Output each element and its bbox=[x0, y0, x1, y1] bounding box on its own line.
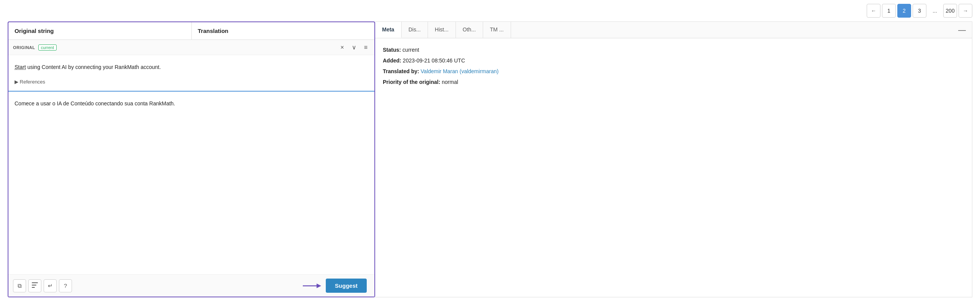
status-label: Status: bbox=[383, 47, 401, 53]
translated-by-label: Translated by: bbox=[383, 68, 419, 74]
pagination-row: ← 1 2 3 ... 200 → bbox=[0, 0, 980, 21]
prev-page-button[interactable]: ← bbox=[867, 4, 880, 18]
enter-icon-button[interactable]: ↵ bbox=[44, 279, 57, 292]
meta-translated-by-row: Translated by: Valdemir Maran (valdemirm… bbox=[383, 66, 964, 77]
references-toggle[interactable]: ▶ References bbox=[8, 79, 374, 91]
added-value-text: 2023-09-21 08:50:46 UTC bbox=[403, 57, 465, 64]
current-badge: current bbox=[38, 44, 57, 51]
help-icon: ? bbox=[64, 282, 67, 289]
meta-header: Meta Dis... Hist... Oth... TM ... — bbox=[375, 22, 972, 38]
tab-meta[interactable]: Meta bbox=[375, 22, 402, 38]
enter-icon: ↵ bbox=[48, 282, 53, 289]
translation-panel-header: Original string Translation bbox=[8, 22, 374, 40]
meta-panel: Meta Dis... Hist... Oth... TM ... — Stat… bbox=[375, 21, 972, 297]
copy-icon-button[interactable]: ⧉ bbox=[13, 279, 26, 292]
main-content: Original string Translation ORIGINAL cur… bbox=[0, 21, 980, 305]
original-label: ORIGINAL bbox=[13, 45, 35, 50]
svg-rect-1 bbox=[32, 285, 36, 285]
status-value-text: current bbox=[402, 47, 419, 53]
original-text: Start using Content AI by connecting you… bbox=[8, 55, 374, 79]
page-200-button[interactable]: 200 bbox=[943, 4, 957, 18]
added-label: Added: bbox=[383, 57, 401, 64]
menu-button[interactable]: ≡ bbox=[362, 43, 370, 52]
tab-hist[interactable]: Hist... bbox=[428, 22, 456, 38]
copy-icon: ⧉ bbox=[18, 282, 22, 289]
translated-by-link[interactable]: Valdemir Maran (valdemirmaran) bbox=[421, 68, 499, 74]
translation-header: Translation bbox=[192, 22, 375, 39]
tab-oth[interactable]: Oth... bbox=[456, 22, 483, 38]
suggest-button[interactable]: Suggest bbox=[326, 279, 367, 293]
translation-panel: Original string Translation ORIGINAL cur… bbox=[8, 21, 375, 297]
suggest-arrow-icon bbox=[303, 281, 321, 290]
translation-section: Comece a usar o IA de Conteúdo conectand… bbox=[8, 92, 374, 297]
next-page-button[interactable]: → bbox=[959, 4, 972, 18]
format-icon-button[interactable] bbox=[28, 279, 41, 292]
chevron-down-button[interactable]: ∨ bbox=[350, 43, 359, 52]
svg-rect-2 bbox=[32, 287, 35, 288]
priority-label: Priority of the original: bbox=[383, 79, 440, 85]
page-dots: ... bbox=[928, 4, 942, 18]
meta-content: Status: current Added: 2023-09-21 08:50:… bbox=[375, 38, 972, 93]
priority-value: normal bbox=[442, 79, 458, 85]
original-text-rest: using Content AI by connecting your Rank… bbox=[26, 64, 161, 70]
page-2-button[interactable]: 2 bbox=[897, 4, 911, 18]
bottom-toolbar: ⧉ ↵ bbox=[8, 274, 374, 297]
original-toolbar: ORIGINAL current × ∨ ≡ bbox=[8, 40, 374, 55]
meta-added-row: Added: 2023-09-21 08:50:46 UTC bbox=[383, 55, 964, 66]
original-section: ORIGINAL current × ∨ ≡ Start using Conte… bbox=[8, 40, 374, 92]
page-3-button[interactable]: 3 bbox=[913, 4, 926, 18]
page-1-button[interactable]: 1 bbox=[882, 4, 896, 18]
original-string-header: Original string bbox=[8, 22, 192, 39]
meta-tabs: Meta Dis... Hist... Oth... TM ... bbox=[375, 22, 511, 38]
arrow-spacer: Suggest bbox=[74, 279, 370, 293]
minimize-button[interactable]: — bbox=[952, 26, 972, 34]
svg-rect-0 bbox=[32, 282, 38, 283]
help-icon-button[interactable]: ? bbox=[59, 279, 72, 292]
original-text-start: Start bbox=[15, 64, 26, 70]
meta-status-row: Status: current bbox=[383, 44, 964, 55]
tab-dis[interactable]: Dis... bbox=[402, 22, 428, 38]
svg-marker-4 bbox=[317, 284, 321, 288]
tab-tm[interactable]: TM ... bbox=[483, 22, 511, 38]
format-icon bbox=[32, 282, 38, 289]
page-wrapper: ← 1 2 3 ... 200 → Original string Transl… bbox=[0, 0, 980, 305]
close-button[interactable]: × bbox=[338, 43, 346, 52]
meta-priority-row: Priority of the original: normal bbox=[383, 77, 964, 87]
translation-textarea[interactable]: Comece a usar o IA de Conteúdo conectand… bbox=[8, 92, 374, 274]
